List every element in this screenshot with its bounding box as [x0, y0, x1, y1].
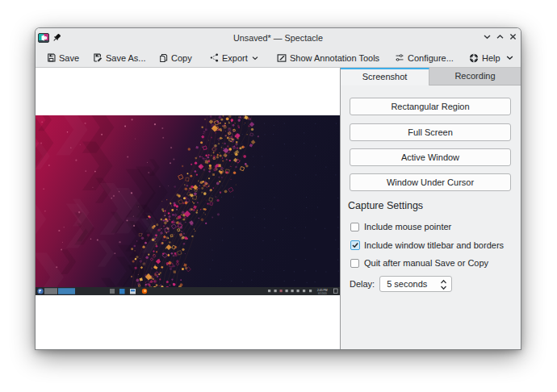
- svg-text:6/1/2020: 6/1/2020: [318, 292, 327, 295]
